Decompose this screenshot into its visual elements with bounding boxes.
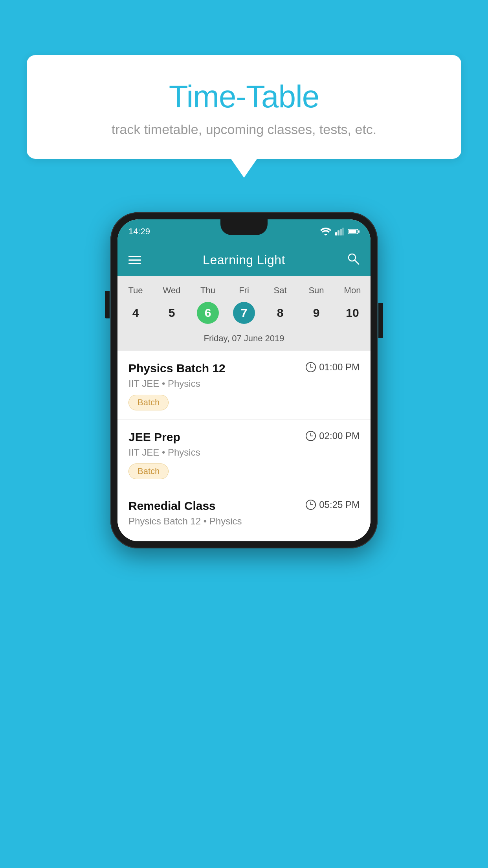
svg-rect-1 — [338, 230, 339, 235]
schedule-top-3: Remedial Class 05:25 PM — [128, 499, 360, 513]
svg-rect-0 — [335, 232, 337, 235]
day-fri: Fri — [226, 283, 262, 298]
schedule-item-1[interactable]: Physics Batch 12 01:00 PM IIT JEE • Phys… — [117, 351, 371, 419]
date-selected-circle: 7 — [233, 302, 255, 324]
date-10[interactable]: 10 — [334, 302, 371, 324]
phone-outer: 14:29 — [110, 212, 378, 548]
clock-icon-3 — [306, 500, 316, 510]
schedule-meta-3: Physics Batch 12 • Physics — [128, 516, 360, 527]
date-4[interactable]: 4 — [117, 302, 154, 324]
dates-row: 4 5 6 7 8 9 10 — [117, 302, 371, 329]
status-icons — [320, 228, 360, 235]
schedule-item-2[interactable]: JEE Prep 02:00 PM IIT JEE • Physics Batc… — [117, 419, 371, 488]
schedule-time-1: 01:00 PM — [306, 362, 360, 373]
speech-bubble: Time-Table track timetable, upcoming cla… — [27, 55, 461, 159]
search-button[interactable] — [347, 252, 360, 268]
svg-rect-2 — [340, 229, 342, 235]
date-7[interactable]: 7 — [226, 302, 262, 324]
schedule-name-3: Remedial Class — [128, 499, 216, 513]
signal-icon — [335, 228, 344, 235]
clock-icon-2 — [306, 431, 316, 441]
date-5[interactable]: 5 — [154, 302, 190, 324]
schedule-meta-2: IIT JEE • Physics — [128, 447, 360, 458]
time-value-2: 02:00 PM — [319, 430, 360, 441]
schedule-top-2: JEE Prep 02:00 PM — [128, 430, 360, 444]
svg-rect-3 — [342, 228, 344, 235]
date-9[interactable]: 9 — [298, 302, 334, 324]
batch-tag-1: Batch — [128, 395, 169, 410]
app-title: Learning Light — [203, 253, 285, 267]
calendar-section: Tue Wed Thu Fri Sat Sun Mon 4 5 6 7 — [117, 276, 371, 351]
day-sun: Sun — [298, 283, 334, 298]
speech-bubble-container: Time-Table track timetable, upcoming cla… — [27, 55, 461, 159]
svg-rect-5 — [358, 230, 360, 233]
date-today-circle: 6 — [197, 302, 219, 324]
phone-screen: 14:29 — [117, 219, 371, 541]
status-time: 14:29 — [128, 226, 150, 237]
bubble-subtitle: track timetable, upcoming classes, tests… — [46, 122, 442, 137]
schedule-name-2: JEE Prep — [128, 430, 180, 444]
date-8[interactable]: 8 — [262, 302, 298, 324]
days-row: Tue Wed Thu Fri Sat Sun Mon — [117, 283, 371, 302]
time-value-3: 05:25 PM — [319, 499, 360, 510]
selected-date-label: Friday, 07 June 2019 — [117, 329, 371, 351]
day-wed: Wed — [154, 283, 190, 298]
batch-tag-2: Batch — [128, 463, 169, 479]
schedule-name-1: Physics Batch 12 — [128, 362, 226, 375]
schedule-item-3[interactable]: Remedial Class 05:25 PM Physics Batch 12… — [117, 488, 371, 541]
schedule-time-2: 02:00 PM — [306, 430, 360, 441]
schedule-top-1: Physics Batch 12 01:00 PM — [128, 362, 360, 375]
schedule-list: Physics Batch 12 01:00 PM IIT JEE • Phys… — [117, 351, 371, 541]
day-mon: Mon — [334, 283, 371, 298]
status-bar: 14:29 — [117, 219, 371, 244]
day-thu: Thu — [190, 283, 226, 298]
clock-icon-1 — [306, 362, 316, 372]
date-6[interactable]: 6 — [190, 302, 226, 324]
day-sat: Sat — [262, 283, 298, 298]
schedule-meta-1: IIT JEE • Physics — [128, 378, 360, 389]
schedule-time-3: 05:25 PM — [306, 499, 360, 510]
day-tue: Tue — [117, 283, 154, 298]
hamburger-icon[interactable] — [128, 256, 141, 264]
app-header: Learning Light — [117, 244, 371, 276]
phone-container: 14:29 — [110, 212, 378, 548]
svg-line-8 — [355, 260, 359, 264]
svg-rect-6 — [349, 230, 356, 233]
bubble-title: Time-Table — [46, 79, 442, 115]
battery-icon — [348, 228, 360, 235]
time-value-1: 01:00 PM — [319, 362, 360, 373]
wifi-icon — [320, 228, 331, 235]
